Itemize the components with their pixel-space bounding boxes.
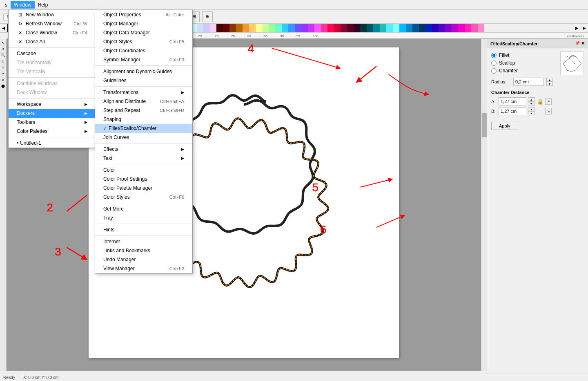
palette-arrow-right[interactable]: ▶ (573, 24, 581, 32)
color-swatch[interactable] (367, 24, 373, 32)
menu-item-dockers[interactable]: Dockers ▶ (9, 109, 96, 118)
submenu-join-curves[interactable]: Join Curves (95, 133, 192, 142)
color-swatch[interactable] (393, 24, 399, 32)
color-swatch[interactable] (275, 24, 282, 32)
radius-input[interactable] (513, 78, 544, 86)
submenu-get-more[interactable]: Get More (95, 204, 192, 213)
color-swatch[interactable] (197, 24, 203, 32)
menu-item-close-window[interactable]: ✕ Close Window Ctrl+F4 (9, 28, 96, 37)
node-action-2[interactable]: ⊕ (202, 11, 213, 22)
vertical-scrollbar[interactable] (481, 39, 487, 371)
color-swatch[interactable] (373, 24, 380, 32)
submenu-color-palette-mgr[interactable]: Color Palette Manager (95, 184, 192, 193)
submenu-fillet-scallop[interactable]: ✓ Fillet/Scallop/Chamfer (95, 124, 192, 133)
chamfer-a-down[interactable]: ▼ (528, 101, 535, 105)
color-swatch[interactable] (210, 24, 216, 32)
color-swatch[interactable] (386, 24, 393, 32)
color-swatch[interactable] (243, 24, 249, 32)
submenu-color[interactable]: Color (95, 166, 192, 175)
palette-arrow-left[interactable]: ◀ (0, 24, 7, 32)
color-swatch[interactable] (439, 24, 445, 32)
color-swatch[interactable] (295, 24, 301, 32)
chamfer-b-down[interactable]: ▼ (528, 111, 535, 115)
menu-item-color-palettes[interactable]: Color Palettes ▶ (9, 127, 96, 136)
scrollbar-thumb[interactable] (482, 113, 487, 137)
radio-fillet[interactable] (491, 53, 497, 58)
color-swatch[interactable] (262, 24, 269, 32)
arrow-down-icon[interactable]: ↘ (545, 108, 552, 114)
color-swatch[interactable] (419, 24, 425, 32)
submenu-internet[interactable]: Internet (95, 237, 192, 246)
panel-pin[interactable]: 📌 (575, 41, 580, 46)
radius-down[interactable]: ▼ (546, 82, 553, 86)
menu-item-cascade[interactable]: Cascade (9, 49, 96, 58)
submenu-view-manager[interactable]: View Manager Ctrl+F2 (95, 264, 192, 273)
color-swatch[interactable] (471, 24, 478, 32)
color-swatch[interactable] (308, 24, 314, 32)
submenu-guidelines[interactable]: Guidelines (95, 76, 192, 85)
submenu-object-coordinates[interactable]: Object Coordinates (95, 46, 192, 55)
tool-rect[interactable]: □ (0, 58, 6, 64)
color-swatch[interactable] (236, 24, 243, 32)
radius-up[interactable]: ▲ (546, 78, 553, 82)
radio-chamfer[interactable] (491, 68, 497, 74)
submenu-effects[interactable]: Effects ▶ (95, 145, 192, 154)
submenu-shaping[interactable]: Shaping (95, 115, 192, 124)
chamfer-a-input[interactable] (499, 97, 526, 105)
submenu-align-distribute[interactable]: Align and Distribute Ctrl+Shift+A (95, 97, 192, 106)
color-swatch[interactable] (256, 24, 262, 32)
tool-pen[interactable]: ✏ (0, 71, 6, 76)
color-swatch[interactable] (321, 24, 327, 32)
color-swatch[interactable] (223, 24, 229, 32)
color-swatch[interactable] (301, 24, 308, 32)
color-swatch[interactable] (399, 24, 406, 32)
color-swatch[interactable] (341, 24, 347, 32)
tool-node[interactable]: ✦ (0, 46, 6, 52)
submenu-links-bookmarks[interactable]: Links and Bookmarks (95, 246, 192, 255)
color-swatch[interactable] (269, 24, 275, 32)
submenu-step-repeat[interactable]: Step and Repeat Ctrl+Shift+D (95, 106, 192, 115)
submenu-object-manager[interactable]: Object Manager (95, 19, 192, 28)
color-swatch[interactable] (229, 24, 236, 32)
submenu-color-styles[interactable]: Color Styles Ctrl+F6 (95, 193, 192, 202)
menu-item-close-all[interactable]: ✕ Close All (9, 37, 96, 46)
chamfer-a-up[interactable]: ▲ (528, 97, 535, 101)
arrow-right-icon[interactable]: ↗ (545, 98, 552, 105)
color-swatch[interactable] (452, 24, 458, 32)
submenu-object-properties[interactable]: Object Properties Alt+Enter (95, 10, 192, 19)
color-swatch[interactable] (380, 24, 386, 32)
tool-arrow[interactable]: ↖ (0, 40, 6, 46)
submenu-tray[interactable]: Tray (95, 213, 192, 222)
color-swatch[interactable] (465, 24, 471, 32)
chamfer-b-input[interactable] (499, 107, 526, 115)
tool-zoom[interactable]: 🔍 (0, 52, 6, 58)
color-swatch[interactable] (216, 24, 223, 32)
color-swatch[interactable] (432, 24, 439, 32)
color-swatch[interactable] (347, 24, 354, 32)
tool-fill[interactable]: ⬤ (0, 83, 6, 89)
color-swatch[interactable] (203, 24, 210, 32)
color-swatch[interactable] (288, 24, 295, 32)
menu-item-workspace[interactable]: Workspace ▶ (9, 100, 96, 109)
menu-item-untitled[interactable]: • Untitled-1 (9, 139, 96, 148)
chamfer-b-up[interactable]: ▲ (528, 107, 535, 111)
radio-scallop[interactable] (491, 61, 497, 66)
submenu-object-data-manager[interactable]: Object Data Manager (95, 28, 192, 37)
color-swatch[interactable] (445, 24, 452, 32)
tool-text[interactable]: A (0, 77, 6, 83)
submenu-hints[interactable]: Hints (95, 225, 192, 234)
menu-item-refresh-window[interactable]: ↻ Refresh Window Ctrl+W (9, 19, 96, 28)
submenu-color-proof[interactable]: Color Proof Settings (95, 175, 192, 184)
color-swatch[interactable] (314, 24, 321, 32)
menu-item-new-window[interactable]: ⊞ New Window (9, 10, 96, 19)
apply-button[interactable]: Apply (491, 122, 518, 130)
color-swatch[interactable] (412, 24, 419, 32)
color-swatch[interactable] (425, 24, 432, 32)
lock-icon[interactable]: 🔒 (537, 99, 543, 105)
color-swatch[interactable] (334, 24, 341, 32)
color-swatch[interactable] (360, 24, 367, 32)
panel-close-btn[interactable]: ✕ (581, 41, 585, 46)
submenu-transformations[interactable]: Transformations ▶ (95, 88, 192, 97)
submenu-alignment-guides[interactable]: Alignment and Dynamic Guides (95, 67, 192, 76)
menu-item-toolbars[interactable]: Toolbars ▶ (9, 118, 96, 127)
